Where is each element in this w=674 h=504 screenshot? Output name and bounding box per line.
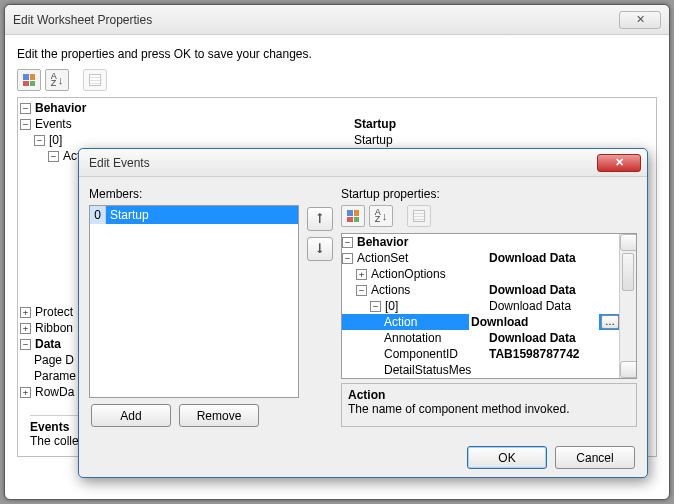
- instruction-text: Edit the properties and press OK to save…: [17, 47, 657, 61]
- collapse-toggle[interactable]: −: [48, 151, 59, 162]
- category-behavior: Behavior: [35, 100, 654, 116]
- scroll-up-button[interactable]: ▲: [620, 234, 637, 251]
- prop-actionoptions[interactable]: ActionOptions: [371, 266, 619, 282]
- move-down-button[interactable]: 🠗: [307, 237, 333, 261]
- collapse-toggle[interactable]: −: [34, 135, 45, 146]
- collapse-toggle[interactable]: −: [342, 253, 353, 264]
- prop-actionset-value: Download Data: [489, 250, 619, 266]
- expand-toggle[interactable]: +: [356, 269, 367, 280]
- expand-toggle[interactable]: +: [20, 323, 31, 334]
- categorize-button[interactable]: [17, 69, 41, 91]
- collapse-toggle[interactable]: −: [370, 301, 381, 312]
- arrow-down-icon: 🠗: [314, 242, 326, 256]
- prop-componentid[interactable]: ComponentID: [384, 346, 489, 362]
- properties-label: Startup properties:: [341, 187, 637, 201]
- prop-action: Action: [384, 314, 469, 330]
- cancel-button[interactable]: Cancel: [555, 446, 635, 469]
- help-title: Action: [348, 388, 630, 402]
- prop-annotation[interactable]: Annotation: [384, 330, 489, 346]
- scroll-thumb[interactable]: [622, 253, 634, 291]
- member-item[interactable]: 0 Startup: [90, 206, 298, 224]
- expand-toggle[interactable]: +: [20, 387, 31, 398]
- add-label: Add: [120, 409, 141, 423]
- sort-az-icon: AZ↓: [51, 73, 64, 87]
- prop-events-0[interactable]: [0]: [49, 132, 354, 148]
- prop-action-row[interactable]: Action Download …: [342, 314, 619, 330]
- grid-icon: [347, 210, 359, 222]
- prop-actions[interactable]: Actions: [371, 282, 489, 298]
- collapse-toggle[interactable]: −: [20, 103, 31, 114]
- titlebar: Edit Worksheet Properties ✕: [5, 5, 669, 35]
- modal-titlebar: Edit Events ✕: [79, 149, 647, 177]
- help-text: The name of component method invoked.: [348, 402, 630, 416]
- collapse-toggle[interactable]: −: [356, 285, 367, 296]
- prop-actions-value: Download Data: [489, 282, 619, 298]
- sort-az-icon: AZ↓: [375, 209, 388, 223]
- ok-label: OK: [498, 451, 515, 465]
- collapse-toggle[interactable]: −: [20, 119, 31, 130]
- grid-icon: [23, 74, 35, 86]
- ok-button[interactable]: OK: [467, 446, 547, 469]
- prop-detailstatus[interactable]: DetailStatusMes: [384, 362, 619, 378]
- remove-label: Remove: [197, 409, 242, 423]
- prop-actions-0[interactable]: [0]: [385, 298, 489, 314]
- prop-actions-0-value: Download Data: [489, 298, 619, 314]
- edit-events-dialog: Edit Events ✕ Members: 0 Startup Add Rem…: [78, 148, 648, 478]
- move-up-button[interactable]: 🠕: [307, 207, 333, 231]
- category-behavior: Behavior: [357, 234, 619, 250]
- page-icon: [413, 210, 425, 222]
- property-pages-button[interactable]: [407, 205, 431, 227]
- modal-title: Edit Events: [89, 156, 597, 170]
- close-button[interactable]: ✕: [619, 11, 661, 29]
- prop-annotation-value: Download Data: [489, 330, 619, 346]
- remove-button[interactable]: Remove: [179, 404, 259, 427]
- close-icon: ✕: [636, 13, 645, 26]
- cancel-label: Cancel: [576, 451, 613, 465]
- property-grid: −Behavior −ActionSetDownload Data +Actio…: [341, 233, 637, 379]
- collapse-toggle[interactable]: −: [342, 237, 353, 248]
- sort-az-button[interactable]: AZ↓: [369, 205, 393, 227]
- member-index: 0: [90, 206, 106, 224]
- property-toolbar: AZ↓: [17, 69, 657, 91]
- prop-events-0-value: Startup: [354, 132, 654, 148]
- categorize-button[interactable]: [341, 205, 365, 227]
- close-icon: ✕: [615, 156, 624, 169]
- member-name: Startup: [106, 208, 149, 222]
- window-title: Edit Worksheet Properties: [13, 13, 619, 27]
- sort-az-button[interactable]: AZ↓: [45, 69, 69, 91]
- modal-close-button[interactable]: ✕: [597, 154, 641, 172]
- prop-componentid-value: TAB1598787742: [489, 346, 619, 362]
- property-help: Action The name of component method invo…: [341, 383, 637, 427]
- property-pages-button[interactable]: [83, 69, 107, 91]
- scrollbar[interactable]: ▲ ▼: [619, 234, 636, 378]
- modal-property-toolbar: AZ↓: [341, 205, 637, 227]
- arrow-up-icon: 🠕: [314, 212, 326, 226]
- page-icon: [89, 74, 101, 86]
- prop-events-value: Startup: [354, 116, 654, 132]
- ellipsis-button[interactable]: …: [601, 315, 619, 329]
- members-list[interactable]: 0 Startup: [89, 205, 299, 398]
- collapse-toggle[interactable]: −: [20, 339, 31, 350]
- scroll-down-button[interactable]: ▼: [620, 361, 637, 378]
- members-label: Members:: [89, 187, 299, 201]
- add-button[interactable]: Add: [91, 404, 171, 427]
- prop-events[interactable]: Events: [35, 116, 354, 132]
- expand-toggle[interactable]: +: [20, 307, 31, 318]
- prop-actionset[interactable]: ActionSet: [357, 250, 489, 266]
- prop-action-value: Download: [469, 314, 599, 330]
